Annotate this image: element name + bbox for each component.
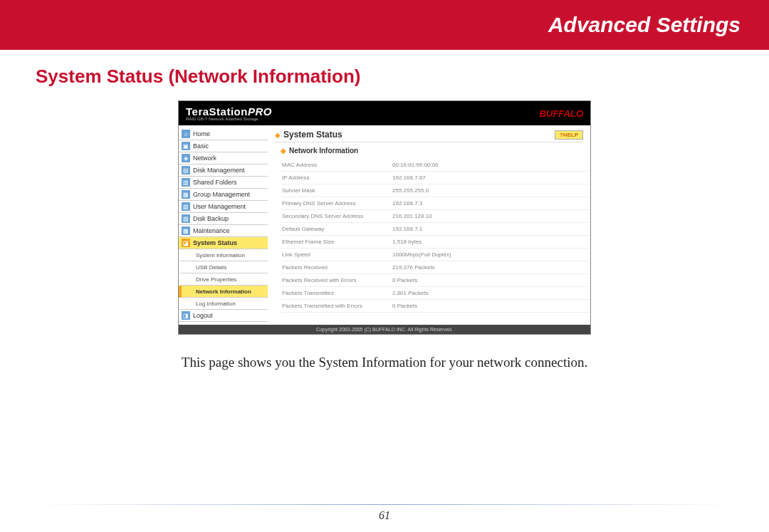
sidebar-item-label: Logout — [193, 312, 213, 319]
table-row: Packets Received219,376 Packets — [281, 261, 589, 274]
sidebar-subitem-usb-details[interactable]: USB Details — [179, 261, 268, 273]
info-label: Secondary DNS Server Address — [281, 210, 391, 223]
content-subtitle: Network Information — [289, 147, 358, 155]
sidebar-item-label: Disk Backup — [193, 215, 229, 222]
logout-icon: ◨ — [182, 311, 190, 320]
network-icon: ◈ — [182, 154, 190, 162]
sidebar-item-group-management[interactable]: ▦Group Management — [179, 189, 268, 201]
info-label: IP Address — [281, 172, 391, 184]
bullet-icon: ◆ — [281, 147, 286, 155]
page-footer: 61 — [0, 504, 769, 522]
sidebar-item-label: System Status — [193, 239, 237, 246]
content-title-wrap: ◆System Status — [275, 130, 342, 140]
sidebar-item-disk-management[interactable]: ▤Disk Management — [179, 165, 268, 177]
sidebar-item-label: Maintenance — [193, 227, 230, 234]
group-icon: ▦ — [182, 190, 190, 199]
divider — [36, 504, 733, 505]
info-value: 1,518 bytes — [391, 236, 589, 249]
sidebar-subitem-network-information[interactable]: Network Information — [179, 286, 268, 298]
sidebar-item-network[interactable]: ◈Network — [179, 152, 268, 165]
info-label: Ethernet Frame Size — [281, 236, 391, 249]
table-row: Secondary DNS Server Address216.201.128.… — [281, 210, 589, 223]
maintenance-icon: ▩ — [182, 226, 190, 235]
info-label: Default Gateway — [281, 223, 391, 236]
sidebar-subitem-system-information[interactable]: System Information — [179, 249, 268, 261]
info-label: MAC Address — [281, 159, 391, 172]
bullet-icon: ◆ — [275, 131, 281, 139]
info-value: 219,376 Packets — [391, 261, 589, 274]
info-label: Primary DNS Server Address — [281, 197, 391, 210]
backup-icon: ▨ — [182, 214, 190, 223]
sidebar-item-system-status[interactable]: ◪System Status — [179, 237, 268, 249]
table-row: MAC Address00:16:01:99:00:06 — [281, 159, 589, 172]
table-row: Packets Transmitted with Errors0 Packets — [281, 300, 589, 313]
sidebar-item-user-management[interactable]: ▧User Management — [179, 201, 268, 213]
table-row: Subnet Mask255.255.255.0 — [281, 184, 589, 197]
banner-title: Advanced Settings — [548, 13, 741, 37]
sidebar-subitem-label: Log Information — [196, 301, 236, 307]
sidebar-item-disk-backup[interactable]: ▨Disk Backup — [179, 213, 268, 225]
info-value: 0 Packets — [391, 300, 589, 313]
content-subtitle-wrap: ◆Network Information — [281, 147, 583, 155]
sidebar-subitem-label: Drive Properties — [196, 276, 236, 283]
sidebar-subitem-drive-properties[interactable]: Drive Properties — [179, 273, 268, 286]
table-row: Packets Received with Errors0 Packets — [281, 274, 589, 287]
app-screenshot: TeraStationPRO RAID GB-T Network Attache… — [178, 100, 591, 335]
sidebar-item-label: Basic — [193, 142, 209, 150]
page-number: 61 — [379, 509, 390, 521]
logo-subtitle: RAID GB-T Network Attached Storage — [186, 117, 272, 121]
sidebar: ⌂Home ▣Basic ◈Network ▤Disk Management ▥… — [179, 125, 268, 325]
app-header: TeraStationPRO RAID GB-T Network Attache… — [179, 101, 590, 125]
info-value: 192.168.7.1 — [391, 223, 589, 236]
sidebar-item-label: Network — [193, 155, 216, 162]
app-footer: Copyright 2002-2005 (C) BUFFALO INC. All… — [179, 325, 590, 334]
sidebar-subitem-log-information[interactable]: Log Information — [179, 298, 268, 310]
app-logo: TeraStationPRO RAID GB-T Network Attache… — [186, 106, 272, 121]
info-value: 2,801 Packets — [391, 287, 589, 300]
disk-icon: ▤ — [182, 166, 190, 174]
sidebar-item-logout[interactable]: ◨Logout — [179, 310, 268, 322]
basic-icon: ▣ — [182, 142, 190, 150]
sidebar-item-label: Home — [193, 130, 210, 137]
table-row: Packets Transmitted2,801 Packets — [281, 287, 589, 300]
sidebar-item-label: Disk Management — [193, 167, 245, 174]
info-value: 216.201.128.10 — [391, 210, 589, 223]
info-label: Subnet Mask — [281, 184, 391, 197]
user-icon: ▧ — [182, 202, 190, 211]
help-button[interactable]: ?HELP — [555, 130, 583, 140]
table-row: Ethernet Frame Size1,518 bytes — [281, 236, 589, 249]
table-row: IP Address192.168.7.87 — [281, 172, 589, 184]
info-label: Packets Received with Errors — [281, 274, 391, 287]
banner: Advanced Settings — [0, 0, 769, 50]
info-value: 192.168.7.3 — [391, 197, 589, 210]
info-label: Packets Received — [281, 261, 391, 274]
table-row: Link Speed1000Mbps(Full Duplex) — [281, 249, 589, 261]
sidebar-item-label: Shared Folders — [193, 179, 237, 186]
info-label: Packets Transmitted — [281, 287, 391, 300]
sidebar-subitem-label: System Information — [196, 252, 245, 259]
sidebar-item-maintenance[interactable]: ▩Maintenance — [179, 225, 268, 237]
info-value: 192.168.7.87 — [391, 172, 589, 184]
sidebar-item-shared-folders[interactable]: ▥Shared Folders — [179, 177, 268, 189]
info-value: 255.255.255.0 — [391, 184, 589, 197]
sidebar-item-label: Group Management — [193, 191, 250, 198]
info-value: 1000Mbps(Full Duplex) — [391, 249, 589, 261]
home-icon: ⌂ — [182, 130, 190, 138]
app-body: ⌂Home ▣Basic ◈Network ▤Disk Management ▥… — [179, 125, 590, 325]
table-row: Primary DNS Server Address192.168.7.3 — [281, 197, 589, 210]
brand-logo: BUFFALO — [540, 108, 583, 119]
table-row: Default Gateway192.168.7.1 — [281, 223, 589, 236]
network-info-table: MAC Address00:16:01:99:00:06IP Address19… — [281, 159, 589, 313]
content-header: ◆System Status ?HELP — [275, 130, 583, 142]
sidebar-item-home[interactable]: ⌂Home — [179, 128, 268, 140]
info-value: 00:16:01:99:00:06 — [391, 159, 589, 172]
logo-pro: PRO — [248, 105, 272, 118]
caption-text: This page shows you the System Informati… — [0, 355, 769, 370]
content-title: System Status — [283, 130, 342, 140]
sidebar-item-label: User Management — [193, 203, 246, 210]
info-label: Link Speed — [281, 249, 391, 261]
logo-text: TeraStationPRO — [186, 106, 272, 117]
sidebar-item-basic[interactable]: ▣Basic — [179, 140, 268, 152]
info-label: Packets Transmitted with Errors — [281, 300, 391, 313]
logo-main: TeraStation — [186, 105, 248, 118]
